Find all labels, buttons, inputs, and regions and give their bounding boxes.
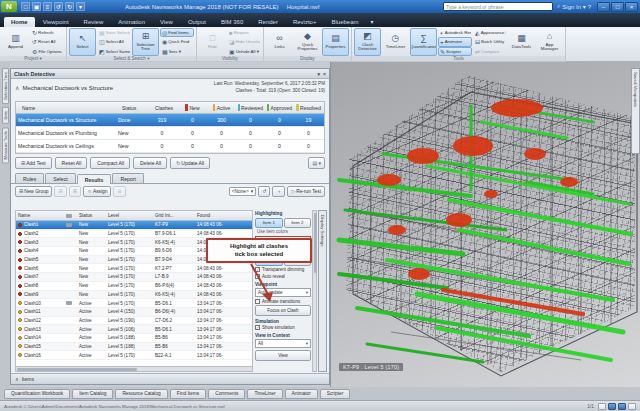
ribbon-button[interactable]: ◆ Quick Properties: [294, 28, 321, 56]
item1-button[interactable]: Item 1: [255, 218, 283, 228]
results-column-header-icons[interactable]: [64, 214, 77, 218]
active-test-name[interactable]: ∧Mechanical Ductwork vs Structure: [15, 84, 113, 99]
items-bar[interactable]: ∧ Items: [11, 373, 329, 384]
ribbon-button[interactable]: ▣ Unhide All ▾: [227, 47, 261, 56]
add-clash-button[interactable]: ＋: [272, 186, 285, 197]
ribbon-tab[interactable]: Animation: [111, 17, 152, 27]
test-action-button[interactable]: ↻Update All: [170, 157, 210, 169]
panel-close-icon[interactable]: ×: [323, 71, 326, 77]
ribbon-button[interactable]: ▥ Append: [2, 28, 29, 56]
test-row[interactable]: Mechanical Ductwork vs Structure Done 31…: [16, 114, 324, 127]
clash-result-row[interactable]: Clash8 New Level 5 (170) B6-P.6(4) 14:08…: [16, 282, 252, 291]
collapse-chevron-icon[interactable]: ∧: [15, 85, 19, 91]
new-group-button[interactable]: ⊞New Group: [15, 186, 52, 197]
clash-result-row[interactable]: Clash13 Active Level 5 (106) B5-D6.1 13:…: [16, 325, 252, 334]
ribbon-button[interactable]: ◎ Find Items: [160, 28, 194, 37]
ribbon-tab[interactable]: Home: [4, 17, 35, 27]
clash-subtab[interactable]: Select: [45, 173, 75, 183]
ribbon-overflow-icon[interactable]: ▾: [366, 16, 377, 27]
ungroup-button[interactable]: ⊞: [69, 186, 81, 197]
ribbon-button[interactable]: ↖ Select: [69, 28, 96, 56]
clash-result-row[interactable]: Clash14 Active Level 5 (188) B5-B6 13:04…: [16, 334, 252, 343]
test-action-button[interactable]: Reset All: [55, 157, 88, 169]
ribbon-button[interactable]: ▦ Sets ▾: [160, 47, 194, 56]
tests-column-header[interactable]: Active: [207, 104, 236, 111]
group-button[interactable]: ⊟: [54, 186, 66, 197]
focus-on-clash-button[interactable]: Focus on Clash: [255, 305, 311, 316]
ribbon-button[interactable]: ◩ Select Same: [97, 47, 131, 56]
ribbon-button[interactable]: ◐ Autodesk Rendering: [438, 28, 472, 37]
test-action-button[interactable]: Compact All: [90, 157, 130, 169]
panel-title-bar[interactable]: Clash Detective ▾ ×: [11, 69, 329, 79]
window-control-button[interactable]: ×: [625, 2, 638, 12]
qat-icon[interactable]: ↺: [54, 2, 63, 11]
view-button[interactable]: View: [255, 350, 311, 361]
tests-column-header[interactable]: Name: [16, 104, 116, 111]
clash-subtab[interactable]: Rules: [15, 173, 44, 183]
tests-column-header[interactable]: Resolved: [294, 104, 323, 111]
dock-tab[interactable]: Item Catalog: [72, 389, 113, 399]
show-simulation-checkbox[interactable]: ✓ Show simulation: [255, 325, 311, 330]
ribbon-button[interactable]: ▦ DataTools: [508, 28, 535, 56]
ribbon-button[interactable]: ↺ Reset All: [30, 37, 64, 46]
test-row[interactable]: Mechanical Ductwork vs Plumbing New 0 0 …: [16, 127, 324, 140]
tests-column-header[interactable]: Status: [116, 104, 146, 111]
resize-grip[interactable]: [628, 403, 636, 410]
dock-tab[interactable]: TimeLiner: [247, 389, 282, 399]
qat-icon[interactable]: ↻: [65, 2, 74, 11]
tests-column-header[interactable]: Approved: [265, 104, 294, 111]
ribbon-button[interactable]: ◉ Quick Find: [160, 37, 194, 46]
results-column-header[interactable]: Level: [106, 213, 153, 218]
next-sheet-icon[interactable]: [618, 403, 626, 410]
ribbon-tab[interactable]: Render: [251, 17, 285, 27]
horizontal-scrollbar[interactable]: [16, 366, 253, 371]
clash-result-row[interactable]: Clash1 New Level 5 (170) K7-P9 14:08:43 …: [16, 221, 252, 230]
unassign-button[interactable]: ⊘: [113, 186, 125, 197]
undo-button[interactable]: ↺: [258, 186, 270, 197]
tests-column-header[interactable]: Clashes: [146, 104, 178, 111]
clash-result-row[interactable]: Clash15 Active Level 5 (188) B5-B6 13:04…: [16, 343, 252, 352]
qat-icon[interactable]: ▾: [76, 2, 85, 11]
ribbon-button[interactable]: ▤ Save Selection: [97, 28, 131, 37]
help-icon[interactable]: ?: [588, 4, 591, 10]
dock-tab[interactable]: Scripter: [320, 389, 351, 399]
dock-tab[interactable]: Resource Catalog: [115, 389, 167, 399]
ribbon-button[interactable]: ◭ Appearance Profiler: [473, 28, 507, 37]
ribbon-button[interactable]: ⇄ Compare: [473, 47, 507, 56]
dock-tab[interactable]: Quantification Workbook: [4, 389, 70, 399]
clash-result-row[interactable]: Clash6 New Level 5 (170) K7.2-P7 14:08:4…: [16, 264, 252, 273]
results-column-header[interactable]: Status: [77, 213, 106, 218]
prev-sheet-icon[interactable]: [608, 403, 616, 410]
ribbon-button[interactable]: ◪ Hide Unselected: [227, 37, 261, 46]
ribbon-tab[interactable]: BIM 360: [214, 17, 250, 27]
dock-tab[interactable]: Find Items: [170, 389, 206, 399]
ribbon-button[interactable]: □ Hide: [199, 28, 226, 56]
ribbon-tab[interactable]: Revizto+: [286, 17, 324, 27]
ribbon-button[interactable]: ⊟ Batch Utility: [473, 37, 507, 46]
clash-subtab[interactable]: Report: [112, 173, 144, 183]
qat-icon[interactable]: □: [21, 2, 30, 11]
help-search-input[interactable]: Type a keyword or phrase: [443, 2, 553, 11]
app-logo-icon[interactable]: N: [1, 1, 17, 12]
ribbon-button[interactable]: ∞ Links: [266, 28, 293, 56]
view-in-context-select[interactable]: All ▾: [255, 339, 311, 348]
ribbon-button[interactable]: ◫ Select All: [97, 37, 131, 46]
clash-result-row[interactable]: Clash12 Active Level 5 (190) C7-D6.2 13:…: [16, 317, 252, 326]
model-viewport[interactable]: K7-P9 : Level 5 (170) Saved Viewpoints: [330, 62, 640, 387]
tests-column-header[interactable]: New: [178, 104, 207, 111]
ribbon-button[interactable]: ▤ Properties: [322, 28, 349, 56]
item2-button[interactable]: Item 2: [284, 218, 312, 228]
clash-result-row[interactable]: Clash16 Active Level 5 (170) B22-A.1 13:…: [16, 351, 252, 360]
results-column-header[interactable]: Grid Int...: [153, 213, 195, 218]
use-item-colors-option[interactable]: Use item colors: [255, 229, 311, 234]
ribbon-tab[interactable]: View: [153, 17, 180, 27]
ribbon-button[interactable]: ■ Require: [227, 28, 261, 37]
signin-menu[interactable]: Sign In ▾: [562, 3, 585, 10]
qat-icon[interactable]: ≡: [43, 2, 52, 11]
dock-tab[interactable]: Comments: [208, 389, 245, 399]
ribbon-tab[interactable]: Output: [181, 17, 213, 27]
test-action-button[interactable]: Delete All: [133, 157, 167, 169]
test-action-button[interactable]: ⊞Add Test: [15, 157, 52, 169]
ribbon-tab[interactable]: Bluebeam: [324, 17, 365, 27]
qat-icon[interactable]: ▣: [32, 2, 41, 11]
